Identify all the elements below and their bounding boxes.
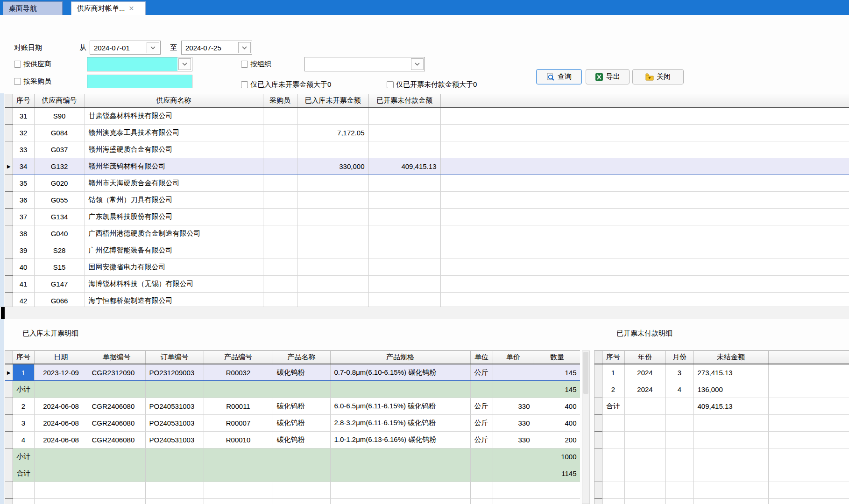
instock-detail-grid-cell-unit[interactable]: 公斤 [470, 364, 493, 381]
invoiced-detail-grid-row[interactable] [594, 431, 849, 448]
invoiced-detail-grid-cell-seq[interactable] [602, 482, 624, 498]
instock-detail-grid-cell-pname[interactable]: 碳化钨粉 [273, 414, 330, 431]
invoiced-detail-grid-cell-amount[interactable] [693, 414, 768, 431]
invoiced-detail-grid-cell-seq[interactable] [602, 465, 624, 482]
by-supplier-checkbox-row[interactable]: 按供应商 [14, 60, 51, 69]
instock-detail-grid-cell-unit[interactable]: 公斤 [470, 414, 493, 431]
invoiced-detail-grid-cell-seq[interactable] [602, 448, 624, 465]
invoiced-detail-grid-cell-amount[interactable]: 273,415.13 [693, 364, 768, 381]
supplier-grid-col-header-2[interactable]: 供应商名称 [85, 94, 263, 107]
row-selector[interactable] [594, 414, 602, 431]
supplier-grid-row[interactable]: 41G147海博锐材料科技（无锡）有限公司 [5, 275, 849, 292]
supplier-grid-cell-buyer[interactable] [263, 208, 297, 225]
supplier-grid-cell-code[interactable]: G066 [34, 292, 85, 307]
supplier-grid-row[interactable]: 35G020赣州市天海硬质合金有限公司 [5, 175, 849, 191]
instock-detail-grid-col-header-1[interactable]: 日期 [34, 351, 88, 364]
supplier-grid-row[interactable]: 31S90甘肃锐鑫材料科技有限公司 [5, 107, 849, 124]
tab-close-icon[interactable]: ✕ [129, 5, 134, 12]
instock-detail-grid-cell-doc[interactable]: CGR2406080 [88, 398, 145, 414]
by-org-checkbox[interactable] [241, 61, 248, 68]
row-selector[interactable] [5, 498, 13, 504]
supplier-grid-cell-buyer[interactable] [263, 124, 297, 141]
supplier-grid-row[interactable]: 42G066海宁恒都桥架制造有限公司 [5, 292, 849, 307]
date-to-dropdown-button[interactable] [238, 42, 251, 53]
supplier-grid-cell-invoiced[interactable] [368, 141, 440, 158]
instock-detail-grid-col-header-7[interactable]: 单位 [470, 351, 493, 364]
query-button[interactable]: 查询 [536, 69, 582, 84]
supplier-grid-cell-code[interactable]: G147 [34, 275, 85, 292]
instock-detail-grid-cell-qty[interactable]: 200 [534, 431, 580, 448]
instock-detail-grid-cell-seq[interactable]: 3 [13, 414, 34, 431]
supplier-grid-cell-instock[interactable]: 7,172.05 [297, 124, 368, 141]
instock-detail-grid-cell-order[interactable] [145, 448, 204, 465]
supplier-grid-col-header-4[interactable]: 已入库未开票金额 [297, 94, 368, 107]
instock-detail-grid-cell-spec[interactable] [330, 482, 470, 498]
instock-detail-grid-cell-seq[interactable]: 合计 [13, 465, 34, 482]
row-selector[interactable] [5, 414, 13, 431]
instock-detail-grid-cell-doc[interactable]: CGR2406080 [88, 414, 145, 431]
supplier-grid-cell-seq[interactable]: 31 [13, 107, 34, 124]
invoiced-detail-grid-cell-year[interactable]: 2024 [624, 364, 665, 381]
invoiced-detail-grid-cell-seq[interactable] [602, 431, 624, 448]
instock-detail-grid-cell-unit[interactable] [470, 482, 493, 498]
only-instock-checkbox[interactable] [241, 81, 248, 88]
export-button[interactable]: 导出 [586, 69, 630, 84]
instock-detail-grid-cell-product[interactable] [204, 381, 273, 398]
invoiced-detail-grid-cell-seq[interactable] [602, 414, 624, 431]
instock-detail-grid-cell-qty[interactable]: 1145 [534, 465, 580, 482]
supplier-grid-cell-seq[interactable]: 42 [13, 292, 34, 307]
supplier-grid-cell-instock[interactable] [297, 141, 368, 158]
vscrollbar-thumb[interactable] [583, 352, 588, 394]
supplier-grid-cell-instock[interactable] [297, 259, 368, 275]
instock-detail-grid-cell-price[interactable]: 330 [493, 398, 534, 414]
instock-detail-grid-cell-order[interactable]: PO231209003 [145, 364, 204, 381]
instock-detail-grid-col-header-0[interactable]: 序号 [13, 351, 34, 364]
supplier-grid-cell-seq[interactable]: 41 [13, 275, 34, 292]
instock-detail-grid-cell-price[interactable]: 330 [493, 414, 534, 431]
invoiced-detail-grid-cell-month[interactable]: 4 [665, 381, 693, 398]
instock-detail-grid-row[interactable]: 合计1145 [5, 465, 580, 482]
instock-detail-grid-cell-seq[interactable]: 小计 [13, 448, 34, 465]
supplier-grid-cell-code[interactable]: G084 [34, 124, 85, 141]
instock-detail-grid-row[interactable]: 42024-06-08CGR2406080PO240531003R00010碳化… [5, 431, 580, 448]
invoiced-detail-grid-cell-year[interactable] [624, 414, 665, 431]
by-supplier-checkbox[interactable] [14, 61, 21, 68]
hscrollbar-thumb[interactable] [1, 307, 5, 319]
supplier-grid-cell-instock[interactable] [297, 175, 368, 191]
instock-detail-grid-cell-seq[interactable]: 2 [13, 398, 34, 414]
instock-detail-grid-cell-doc[interactable] [88, 448, 145, 465]
row-selector[interactable] [5, 275, 13, 292]
row-selector[interactable] [594, 482, 602, 498]
instock-detail-grid-cell-order[interactable]: PO240531003 [145, 431, 204, 448]
invoiced-detail-grid-cell-month[interactable] [665, 414, 693, 431]
supplier-grid-cell-instock[interactable] [297, 191, 368, 208]
row-selector[interactable] [5, 141, 13, 158]
invoiced-detail-grid-cell-amount[interactable]: 409,415.13 [693, 398, 768, 414]
supplier-grid-cell-invoiced[interactable] [368, 175, 440, 191]
invoiced-detail-grid-row[interactable] [594, 498, 849, 504]
instock-detail-grid-cell-pname[interactable] [273, 465, 330, 482]
supplier-grid-cell-instock[interactable] [297, 292, 368, 307]
row-selector[interactable] [594, 381, 602, 398]
tab-supplier-statement[interactable]: 供应商对帐单... ✕ [71, 1, 146, 15]
instock-detail-grid-col-header-5[interactable]: 产品名称 [273, 351, 330, 364]
date-from-combo[interactable]: 2024-07-01 [90, 41, 161, 55]
row-selector[interactable] [5, 191, 13, 208]
instock-detail-grid-cell-product[interactable] [204, 465, 273, 482]
instock-detail-grid-row[interactable]: 小计145 [5, 381, 580, 398]
row-selector[interactable] [5, 107, 13, 124]
invoiced-detail-grid-row[interactable] [594, 482, 849, 498]
supplier-grid-cell-name[interactable]: 国网安徽省电力有限公司 [85, 259, 263, 275]
row-selector[interactable] [5, 448, 13, 465]
org-combo[interactable] [304, 57, 425, 71]
instock-detail-grid-cell-seq[interactable] [13, 482, 34, 498]
supplier-grid-cell-name[interactable]: 广州亿博智能装备有限公司 [85, 242, 263, 259]
supplier-grid-cell-seq[interactable]: 39 [13, 242, 34, 259]
instock-detail-grid-cell-price[interactable] [493, 364, 534, 381]
invoiced-detail-grid-cell-seq[interactable]: 合计 [602, 398, 624, 414]
row-selector[interactable] [5, 465, 13, 482]
instock-detail-grid-cell-price[interactable] [493, 498, 534, 504]
supplier-grid-cell-invoiced[interactable] [368, 242, 440, 259]
supplier-grid-cell-instock[interactable] [297, 107, 368, 124]
supplier-grid-cell-invoiced[interactable]: 409,415.13 [368, 158, 440, 175]
